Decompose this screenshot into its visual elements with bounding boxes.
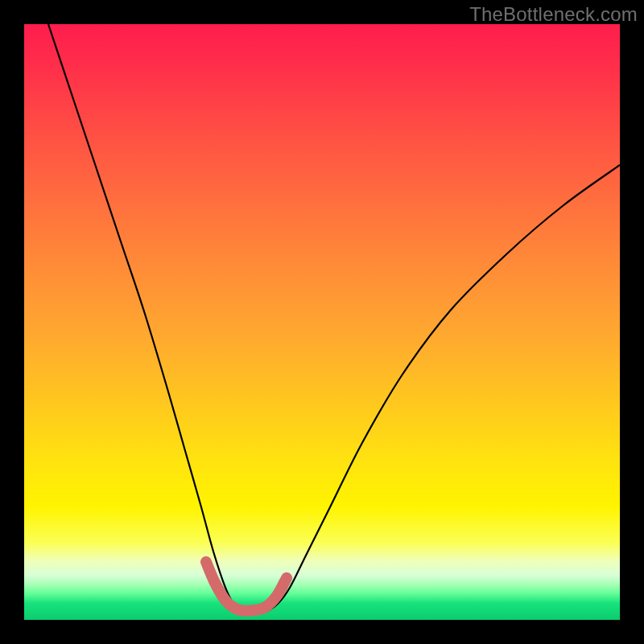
- chart-frame: TheBottleneck.com: [0, 0, 644, 644]
- plot-area: [24, 24, 620, 620]
- bottleneck-curve: [48, 24, 620, 614]
- watermark-text: TheBottleneck.com: [469, 3, 638, 26]
- curve-layer: [24, 24, 620, 620]
